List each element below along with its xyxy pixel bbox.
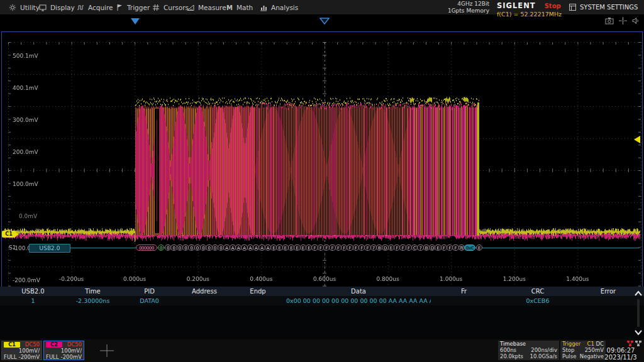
y-axis-label: 100.0mV: [13, 181, 38, 187]
table-header-cell: Endp: [230, 287, 286, 296]
camera-icon[interactable]: [605, 17, 614, 25]
y-axis-label: 0.0mV: [19, 213, 37, 219]
channel1-ground-marker[interactable]: C1: [2, 231, 16, 238]
menu-item-utility[interactable]: Utility: [9, 0, 40, 14]
table-header-cell: Address: [179, 287, 230, 296]
table-cell: [431, 296, 497, 305]
system-settings-button[interactable]: SYSTEM SETTINGS: [569, 0, 638, 14]
scope-spec: 4GHz 12Bit 1Gpts Memory: [440, 1, 489, 14]
run-state-indicator: Stop: [545, 3, 561, 9]
measure-icon: [187, 4, 194, 11]
y-axis-label: -200.0mV: [13, 277, 40, 283]
math-icon: M: [225, 4, 233, 11]
menu-item-math[interactable]: MMath: [225, 0, 253, 14]
scroll-down-icon[interactable]: [635, 329, 642, 336]
timebase-delay: 600ns: [500, 347, 516, 353]
timebase-rate: 10.0GSa/s: [530, 353, 557, 359]
system-settings-icon: [569, 4, 576, 11]
decode-token-sync: 000000: [136, 244, 157, 251]
trigger-type: Pulse: [562, 353, 576, 359]
brand-logo: SIGLENT: [497, 1, 536, 10]
timebase-title: Timebase: [500, 341, 526, 347]
x-axis-label: 0.000us: [123, 276, 146, 282]
clock-time: 09:06:27: [599, 347, 643, 354]
svg-text:M: M: [226, 4, 233, 11]
trigger-source: C1: [587, 341, 594, 347]
cursors-icon: [152, 4, 160, 11]
decode-token-crc: 0xC: [464, 244, 475, 251]
lan-icon-red: [627, 341, 633, 346]
flag-icon: [116, 4, 123, 11]
table-header-cell: USB2.0: [0, 287, 66, 296]
decode-token-pid: 0: [158, 244, 164, 251]
timebase-points: 20.0kpts: [500, 353, 523, 359]
auto-align-icon[interactable]: [619, 17, 627, 25]
system-settings-label: SYSTEM SETTINGS: [580, 4, 638, 11]
menu-item-cursors[interactable]: Cursors: [152, 0, 189, 14]
spec-memory: 1Gpts Memory: [440, 8, 489, 14]
menu-item-trigger[interactable]: Trigger: [116, 0, 150, 14]
table-scrollbar: [633, 289, 643, 337]
table-header-cell: Data: [286, 287, 431, 296]
menu-item-display[interactable]: Display: [39, 0, 75, 14]
x-axis-label: 1.000us: [440, 276, 462, 282]
gear-icon: [9, 4, 16, 11]
menu-item-analysis[interactable]: Analysis: [260, 0, 298, 14]
x-axis-label: -0.200us: [59, 276, 84, 282]
waveform-canvas[interactable]: [0, 31, 644, 301]
channel1-descriptor[interactable]: C1DC50 100mV/ FULL-200mV: [1, 341, 42, 360]
add-channel-button[interactable]: [99, 344, 114, 358]
trigger-level-marker[interactable]: [634, 136, 640, 143]
trigger-delay-marker[interactable]: [319, 18, 330, 25]
menu-item-label: Acquire: [88, 4, 113, 11]
channel1-bandwidth: FULL: [4, 354, 17, 360]
trigger-time-marker[interactable]: [131, 18, 140, 25]
channel2-coupling: DC50: [67, 341, 82, 348]
trigger-state: Stop: [562, 347, 574, 353]
buzzer-icon[interactable]: [631, 17, 639, 25]
bus-name-label[interactable]: USB2.0: [29, 244, 70, 253]
menu-item-label: Analysis: [271, 4, 298, 11]
channel2-badge: C2: [46, 342, 62, 348]
menu-item-label: Utility: [20, 4, 40, 11]
decode-result-table: USB2.0TimePIDAddressEndpDataFrCRCError1-…: [0, 287, 644, 339]
monitor-icon: [39, 4, 47, 11]
scroll-up-icon[interactable]: [635, 290, 642, 297]
decode-token: E: [476, 244, 482, 251]
acquire-icon: [77, 4, 84, 11]
timebase-descriptor[interactable]: Timebase 600ns200ns/div 20.0kpts10.0GSa/…: [498, 341, 559, 360]
clock: 09:06:27 2023/11/3: [599, 340, 643, 361]
table-cell: 0xCEB6: [497, 296, 579, 305]
scrollbar-track[interactable]: [637, 299, 640, 327]
x-axis-label: 0.800us: [377, 276, 399, 282]
spec-bandwidth: 4GHz 12Bit: [440, 1, 489, 8]
network-status-icons: [627, 341, 641, 346]
timebase-scale: 200ns/div: [531, 347, 557, 353]
y-axis-label: 200.0mV: [13, 149, 38, 155]
menu-item-label: Display: [50, 4, 75, 11]
table-cell: 0x00 00 00 00 00 00 00 00 00 00 AA AA AA…: [286, 296, 431, 305]
table-cell: 1: [0, 296, 66, 305]
status-bar: C1DC50 100mV/ FULL-200mV C2DC50 100mV/ F…: [0, 339, 644, 362]
channel2-offset: -200mV: [61, 354, 82, 360]
table-header-cell: PID: [119, 287, 179, 296]
table-cell: DATA0: [119, 296, 179, 305]
x-axis-label: 1.400us: [566, 276, 589, 282]
table-cell: [579, 296, 638, 305]
top-menu-bar: 4GHz 12Bit 1Gpts Memory SIGLENTStop f(C1…: [0, 0, 644, 14]
menu-item-label: Measure: [198, 4, 226, 11]
waveform-plot-area: C1 S1 USB2.0 00000000000000000AAAAAAAAEE…: [0, 14, 644, 287]
trigger-title: Trigger: [562, 341, 580, 347]
channel1-offset: -200mV: [19, 354, 40, 360]
channel2-descriptor[interactable]: C2DC50 100mV/ FULL-200mV: [43, 341, 84, 360]
menu-item-acquire[interactable]: Acquire: [77, 0, 113, 14]
table-header-cell: Time: [66, 287, 119, 296]
table-row[interactable]: 1-2.30000nsDATA00x00 00 00 00 00 00 00 0…: [0, 296, 644, 305]
oscilloscope-screen: 4GHz 12Bit 1Gpts Memory SIGLENTStop f(C1…: [0, 0, 644, 362]
menu-item-measure[interactable]: Measure: [187, 0, 226, 14]
menu-item-label: Trigger: [127, 4, 150, 11]
table-cell: -2.30000ns: [66, 296, 119, 305]
channel2-bandwidth: FULL: [46, 354, 59, 360]
x-axis-label: 1.200us: [503, 276, 526, 282]
channel1-coupling: DC50: [25, 341, 40, 348]
